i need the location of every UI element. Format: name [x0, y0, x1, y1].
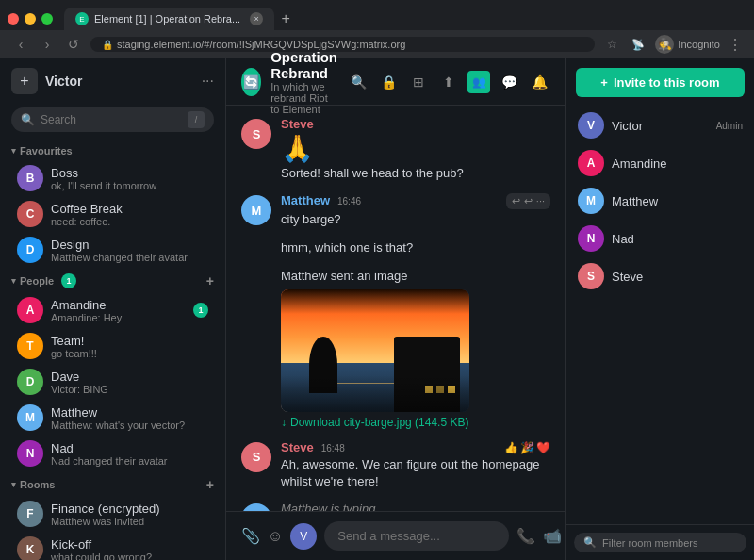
- attachment-icon[interactable]: 📎: [241, 527, 260, 545]
- download-link[interactable]: ↓ Download city-barge.jpg (144.5 KB): [281, 416, 550, 429]
- grid-header-icon[interactable]: ⊞: [407, 71, 430, 93]
- invite-button[interactable]: + Invite to this room: [576, 68, 745, 97]
- room-header-name: Operation Rebrand: [270, 49, 337, 81]
- nad-member-avatar: N: [578, 225, 604, 252]
- matthew-content: Matthew 16:46 ↩ ↩ ··· city barge?: [281, 193, 550, 228]
- sidebar-item-team[interactable]: T Team! go team!!!: [6, 328, 220, 364]
- input-left-icons: 📎 ☺: [241, 527, 283, 545]
- matthew-time: 16:46: [337, 196, 361, 206]
- share-header-icon[interactable]: ⬆: [437, 71, 460, 93]
- member-item-steve[interactable]: S Steve: [574, 257, 746, 295]
- tab-close-button[interactable]: ×: [250, 12, 263, 25]
- refresh-button[interactable]: ↺: [64, 35, 83, 54]
- video-icon[interactable]: 📹: [543, 527, 562, 545]
- reaction-emoji-3: ❤️: [536, 441, 550, 454]
- sidebar-more-button[interactable]: ···: [202, 73, 214, 90]
- nad-sidebar-avatar: N: [17, 440, 43, 467]
- chat-header: 🔄 Operation Rebrand In which we rebrand …: [226, 58, 566, 106]
- sidebar-item-dave[interactable]: D Dave Victor: BING: [6, 364, 220, 400]
- back-button[interactable]: ‹: [11, 35, 30, 54]
- design-name: Design: [51, 238, 208, 252]
- finance-avatar: F: [17, 501, 43, 527]
- add-room-button[interactable]: +: [11, 68, 38, 94]
- matthew-avatar-typing: M: [241, 503, 271, 511]
- favourites-label: Favourites: [20, 145, 73, 156]
- member-item-victor[interactable]: V Victor Admin: [574, 107, 746, 144]
- people-chevron: ▾: [11, 276, 16, 286]
- sidebar-header: + Victor ···: [0, 58, 225, 104]
- reply-icon[interactable]: ↩: [512, 195, 520, 207]
- bookmark-icon[interactable]: ☆: [602, 35, 621, 54]
- people-label: People: [20, 275, 54, 287]
- browser-chrome: E Element [1] | Operation Rebra... × + ‹…: [0, 0, 754, 58]
- search-box[interactable]: 🔍 /: [11, 107, 214, 132]
- browser-menu-button[interactable]: ⋮: [728, 36, 743, 54]
- typing-content: Matthew is typing ...: [281, 502, 550, 511]
- steve-time: 16:48: [321, 443, 345, 453]
- maximize-dot[interactable]: [41, 13, 53, 25]
- minimize-dot[interactable]: [25, 13, 36, 25]
- message-input[interactable]: [324, 521, 509, 551]
- people-add-button[interactable]: +: [206, 273, 214, 288]
- matthew-sender-label: Matthew: [281, 193, 330, 207]
- victor-avatar: V: [578, 112, 604, 139]
- victor-badge: Admin: [716, 121, 743, 131]
- tab-favicon: E: [75, 12, 89, 25]
- room-header-info: Operation Rebrand In which we rebrand Ri…: [270, 49, 337, 115]
- message-group-steve-awesome: S Steve 16:48 👍 🎉 ❤️ Ah, awesome. We can…: [241, 440, 550, 490]
- kickoff-info: Kick-off what could go wrong?: [51, 537, 208, 561]
- members-header-icon[interactable]: 👥: [467, 71, 490, 93]
- member-item-matthew[interactable]: M Matthew: [574, 182, 746, 220]
- steve-image-content: Matthew sent an image: [281, 268, 550, 428]
- react-icon[interactable]: ↩: [524, 195, 533, 207]
- voice-icon[interactable]: 📞: [516, 527, 535, 545]
- nad-name: Nad: [51, 441, 208, 455]
- dave-name: Dave: [51, 370, 208, 384]
- steve-member-name: Steve: [612, 270, 743, 284]
- sidebar-item-kickoff[interactable]: K Kick-off what could go wrong?: [6, 532, 220, 560]
- active-tab[interactable]: E Element [1] | Operation Rebra... ×: [64, 8, 274, 30]
- close-dot[interactable]: [8, 13, 19, 25]
- sidebar-item-matthew[interactable]: M Matthew Matthew: what's your vector?: [6, 400, 220, 436]
- matthew-member-name: Matthew: [612, 194, 743, 208]
- favourites-section-label: ▾ Favourites: [0, 140, 225, 160]
- filter-search-icon: 🔍: [583, 536, 597, 549]
- search-header-icon[interactable]: 🔍: [347, 71, 369, 93]
- forward-button[interactable]: ›: [38, 35, 57, 54]
- message-group-steve-hmm: hmm, which one is that?: [241, 239, 550, 256]
- notification-header-icon[interactable]: 🔔: [528, 71, 550, 93]
- emoji-icon[interactable]: ☺: [268, 528, 283, 545]
- amandine-member-avatar: A: [578, 150, 604, 176]
- threads-header-icon[interactable]: 💬: [498, 71, 520, 93]
- sidebar-item-amandine[interactable]: A Amandine Amandine: Hey 1: [6, 292, 220, 328]
- boss-preview: ok, I'll send it tomorrow: [51, 180, 208, 191]
- reaction-emoji-2: 🎉: [520, 441, 534, 454]
- design-preview: Matthew changed their avatar: [51, 252, 208, 263]
- filter-input-box[interactable]: 🔍 Filter room members: [574, 533, 746, 552]
- people-badge: 1: [61, 273, 76, 288]
- steve-hmm-text: hmm, which one is that?: [281, 239, 550, 256]
- search-input[interactable]: [41, 113, 182, 126]
- sidebar-username: Victor: [45, 74, 194, 89]
- steve-awesome-text: Ah, awesome. We can figure out the homep…: [281, 456, 550, 490]
- steve-member-avatar: S: [578, 263, 604, 289]
- lock-header-icon[interactable]: 🔒: [377, 71, 400, 93]
- team-name: Team!: [51, 334, 208, 348]
- rooms-add-button[interactable]: +: [206, 477, 214, 492]
- member-item-amandine[interactable]: A Amandine: [574, 144, 746, 182]
- kickoff-avatar: K: [17, 536, 43, 560]
- new-tab-button[interactable]: +: [274, 8, 297, 30]
- more-icon[interactable]: ···: [536, 195, 545, 207]
- amandine-info: Amandine Amandine: Hey: [51, 298, 186, 323]
- member-item-nad[interactable]: N Nad: [574, 220, 746, 257]
- sidebar-item-boss[interactable]: B Boss ok, I'll send it tomorrow: [6, 160, 220, 196]
- matthew-name: Matthew: [51, 405, 208, 420]
- sidebar-item-nad[interactable]: N Nad Nad changed their avatar: [6, 436, 220, 471]
- matthew-text: city barge?: [281, 211, 550, 228]
- url-bar[interactable]: 🔒 staging.element.io/#/room/!ISjMRGQVDSp…: [90, 37, 595, 52]
- sidebar-item-design[interactable]: D Design Matthew changed their avatar: [6, 232, 220, 268]
- sidebar-item-finance[interactable]: F Finance (encrypted) Matthew was invite…: [6, 496, 220, 532]
- cast-icon[interactable]: 📡: [629, 35, 647, 54]
- city-barge-image: [281, 289, 469, 412]
- sidebar-item-coffee-break[interactable]: C Coffee Break need: coffee.: [6, 196, 220, 232]
